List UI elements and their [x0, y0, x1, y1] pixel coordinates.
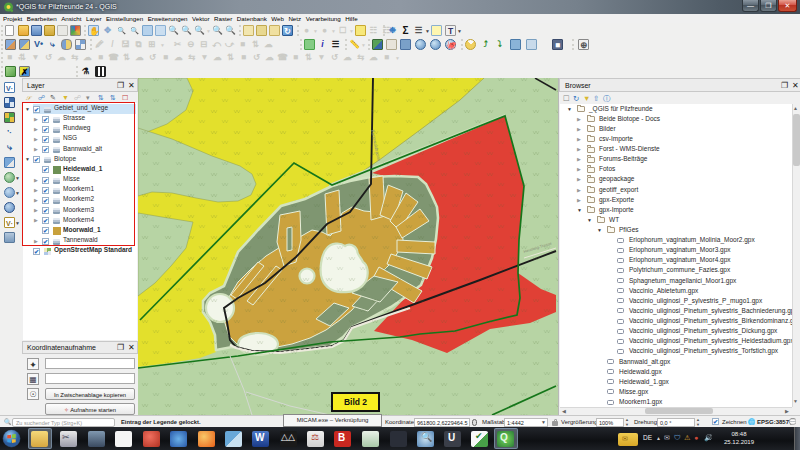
svg-text:Bild 2: Bild 2	[344, 397, 367, 407]
